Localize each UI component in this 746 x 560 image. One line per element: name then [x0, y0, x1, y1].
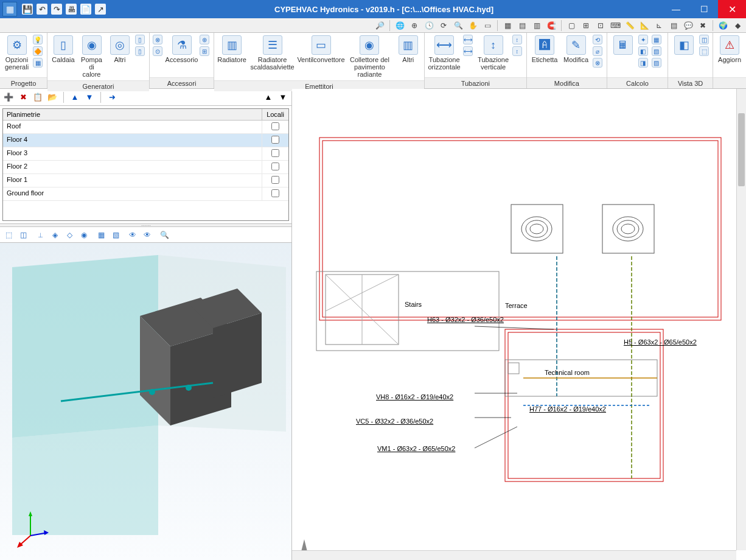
pipe-sm2-icon[interactable]: ⟷: [462, 46, 475, 57]
plan-row[interactable]: Floor 2: [3, 161, 288, 174]
view3d-color1-icon[interactable]: ▦: [95, 229, 107, 241]
view3d-zoom-icon[interactable]: 🔍: [158, 229, 170, 241]
gen-small1-icon[interactable]: ▯: [134, 34, 147, 45]
tubazione-vert-button[interactable]: ↕Tubazione verticale: [476, 34, 511, 72]
angle-icon[interactable]: 📐: [638, 19, 650, 32]
caldaia-button[interactable]: ▯Caldaia: [50, 34, 77, 65]
redo-icon[interactable]: ↷: [51, 4, 62, 15]
help-icon[interactable]: ◆: [731, 19, 744, 32]
target-icon[interactable]: ⊕: [408, 19, 420, 32]
v3d-sm1-icon[interactable]: ◫: [699, 34, 711, 45]
layer-icon[interactable]: ▤: [668, 19, 680, 32]
collettore-button[interactable]: ◉Collettore del pavimento radiante: [346, 34, 394, 79]
calc-sm3-icon[interactable]: ◨: [638, 57, 650, 68]
maximize-button[interactable]: ☐: [690, 0, 718, 18]
magnet-icon[interactable]: 🧲: [545, 19, 557, 32]
add-plan-icon[interactable]: ➕: [2, 91, 15, 103]
refresh-icon[interactable]: ⟳: [437, 19, 450, 32]
pan-icon[interactable]: ✋: [467, 19, 479, 32]
calc-sm4-icon[interactable]: ▦: [651, 34, 663, 45]
print-icon[interactable]: 🖶: [66, 4, 77, 15]
tools-icon[interactable]: ✖: [697, 19, 709, 32]
aggiorna-button[interactable]: ⚠Aggiorn: [716, 34, 744, 65]
view3d-viewport[interactable]: [0, 243, 291, 560]
mod-sm1-icon[interactable]: ⟲: [592, 34, 604, 45]
view3d-top-icon[interactable]: ⟂: [34, 229, 46, 241]
grid2-icon[interactable]: ▤: [516, 19, 528, 32]
pipe-sm4-icon[interactable]: ↕: [512, 46, 524, 57]
drawing-area[interactable]: Stairs Terrace Technical room H63 - Ø32x…: [292, 89, 746, 560]
view3d-iso-icon[interactable]: ◫: [17, 229, 29, 241]
locali-checkbox[interactable]: [271, 163, 279, 170]
acc4-icon[interactable]: ⊞: [199, 46, 211, 57]
ventilconvettore-button[interactable]: ▭Ventilconvettore: [298, 34, 344, 65]
plan-row-checkbox-cell[interactable]: [262, 147, 288, 160]
bulb-icon[interactable]: 💡: [32, 34, 44, 45]
acc3-icon[interactable]: ⊕: [199, 34, 211, 45]
globe-icon[interactable]: 🌐: [394, 19, 406, 32]
close-button[interactable]: ✕: [718, 0, 746, 18]
accessorio-button[interactable]: ⚗Accessorio: [166, 34, 198, 65]
save-icon[interactable]: 💾: [22, 4, 33, 15]
view3d-color2-icon[interactable]: ▧: [110, 229, 122, 241]
ruler-icon[interactable]: 📏: [624, 19, 636, 32]
keyboard-icon[interactable]: ⌨: [609, 19, 621, 32]
snap-point-icon[interactable]: ⊡: [594, 19, 607, 32]
plan-row[interactable]: Roof: [3, 121, 288, 134]
view3d-vis2-icon[interactable]: 👁: [141, 229, 153, 241]
layers-icon[interactable]: ▦: [32, 57, 44, 68]
gen-small2-icon[interactable]: ▯: [134, 46, 147, 57]
horizontal-scrollbar[interactable]: [292, 550, 736, 560]
calc-sm5-icon[interactable]: ▧: [651, 46, 663, 57]
plan-row[interactable]: Ground floor: [3, 187, 288, 201]
calc-sm6-icon[interactable]: ▨: [651, 57, 663, 68]
snap-grid-icon[interactable]: ⊞: [580, 19, 592, 32]
view3d-ortho-icon[interactable]: ◇: [63, 229, 75, 241]
share-icon[interactable]: ↗: [95, 4, 106, 15]
plan-row-checkbox-cell[interactable]: [262, 161, 288, 173]
plan-row[interactable]: Floor 1: [3, 174, 288, 187]
view3d-vis1-icon[interactable]: 👁: [127, 229, 139, 241]
minimize-button[interactable]: —: [662, 0, 690, 18]
acc2-icon[interactable]: ⊙: [152, 46, 164, 57]
view3d-persp-icon[interactable]: ◈: [49, 229, 61, 241]
snap-rect-icon[interactable]: ▢: [565, 19, 577, 32]
plan-row-checkbox-cell[interactable]: [262, 174, 288, 187]
pompa-calore-button[interactable]: ◉Pompa di calore: [78, 34, 105, 79]
plan-row-checkbox-cell[interactable]: [262, 121, 288, 133]
locali-checkbox[interactable]: [271, 149, 279, 157]
find-icon[interactable]: 🔎: [374, 19, 386, 32]
radiatore-scalda-button[interactable]: ☰Radiatore scaldasalviette: [248, 34, 296, 72]
locali-checkbox[interactable]: [271, 189, 279, 197]
locali-checkbox[interactable]: [271, 136, 279, 144]
vertical-scrollbar[interactable]: [736, 89, 746, 550]
view3d-cube-icon[interactable]: ⬚: [2, 229, 15, 241]
plan-row[interactable]: Floor 4: [3, 134, 288, 147]
pipe-sm1-icon[interactable]: ⟷: [462, 34, 475, 45]
locali-checkbox[interactable]: [271, 176, 279, 184]
zoom-icon[interactable]: 🔍: [452, 19, 464, 32]
acc1-icon[interactable]: ⊗: [152, 34, 164, 45]
collapse-up-icon[interactable]: ▲: [262, 91, 274, 103]
grid1-icon[interactable]: ▦: [501, 19, 514, 32]
tubazione-orizz-button[interactable]: ⟷Tubazione orizzontale: [427, 34, 462, 72]
planimetrie-header[interactable]: Planimetrie: [3, 109, 262, 120]
modifica-button[interactable]: ✎Modifica: [561, 34, 591, 65]
move-up-icon[interactable]: ▲: [69, 91, 81, 103]
pipe-sm3-icon[interactable]: ↕: [512, 34, 524, 45]
plan-row-checkbox-cell[interactable]: [262, 187, 288, 200]
calc-sm2-icon[interactable]: ◧: [638, 46, 650, 57]
open-plan-icon[interactable]: 📂: [46, 91, 58, 103]
copy-plan-icon[interactable]: 📋: [32, 91, 44, 103]
mod-sm3-icon[interactable]: ⊗: [592, 57, 604, 68]
grid3-icon[interactable]: ▥: [531, 19, 543, 32]
opzioni-generali-button[interactable]: ⚙ Opzioni generali: [2, 34, 31, 72]
collapse-down-icon[interactable]: ▼: [277, 91, 289, 103]
select-icon[interactable]: ▭: [481, 19, 493, 32]
locali-header[interactable]: Locali: [262, 109, 288, 120]
goto-plan-icon[interactable]: ➜: [106, 91, 118, 103]
clock-icon[interactable]: 🕓: [423, 19, 435, 32]
comment-icon[interactable]: 💬: [682, 19, 694, 32]
plan-row[interactable]: Floor 3: [3, 147, 288, 161]
export-icon[interactable]: 📄: [80, 4, 91, 15]
